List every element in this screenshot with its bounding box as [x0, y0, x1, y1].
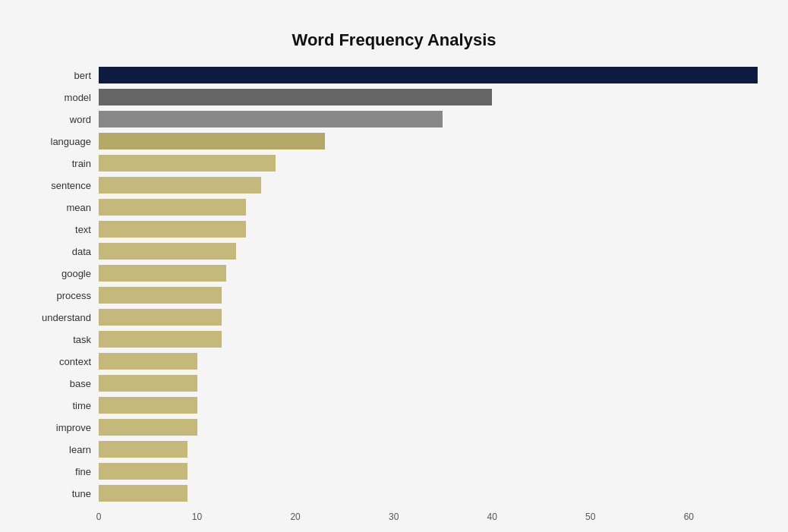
x-tick: 50 — [585, 512, 595, 522]
bar-fill — [99, 221, 246, 238]
bar-fill — [99, 485, 188, 502]
bar-fill — [99, 199, 246, 216]
bar-row: learn — [30, 439, 758, 459]
x-tick-container: 0102030405060 — [99, 512, 758, 527]
bar-track — [99, 243, 758, 260]
bar-row: sentence — [30, 175, 758, 195]
bar-row: context — [30, 351, 758, 371]
bar-fill — [99, 309, 222, 326]
bar-fill — [99, 331, 222, 348]
bar-row: fine — [30, 461, 758, 481]
bar-fill — [99, 133, 325, 150]
bar-track — [99, 265, 758, 282]
x-tick: 20 — [290, 512, 300, 522]
bar-track — [99, 419, 758, 436]
bar-track — [99, 89, 758, 105]
bar-fill — [99, 111, 443, 127]
bar-track — [99, 397, 758, 414]
bar-fill — [99, 441, 188, 458]
x-tick: 60 — [684, 512, 694, 522]
bar-row: tune — [30, 483, 758, 503]
bar-track — [99, 287, 758, 304]
bar-fill — [99, 265, 226, 282]
bar-label: fine — [30, 466, 99, 477]
bar-label: language — [30, 136, 99, 147]
bar-label: text — [30, 224, 99, 235]
plot-area: bertmodelwordlanguagetrainsentencemeante… — [30, 65, 758, 532]
bar-track — [99, 111, 758, 127]
bar-label: task — [30, 334, 99, 345]
bar-track — [99, 463, 758, 480]
bar-row: improve — [30, 417, 758, 437]
bar-label: sentence — [30, 180, 99, 191]
bar-fill — [99, 397, 197, 414]
bar-fill — [99, 155, 276, 172]
bar-label: word — [30, 114, 99, 125]
bar-track — [99, 441, 758, 458]
bar-label: learn — [30, 444, 99, 455]
chart-title: Word Frequency Analysis — [30, 30, 758, 50]
bar-track — [99, 485, 758, 502]
bar-fill — [99, 177, 261, 194]
x-axis: 0102030405060 — [30, 512, 758, 527]
bar-track — [99, 177, 758, 194]
bar-label: base — [30, 378, 99, 389]
bar-row: base — [30, 373, 758, 393]
bar-row: mean — [30, 197, 758, 217]
bar-row: text — [30, 219, 758, 239]
chart-container: Word Frequency Analysis bertmodelwordlan… — [15, 15, 773, 532]
bar-track — [99, 375, 758, 392]
bar-track — [99, 155, 758, 172]
bar-track — [99, 133, 758, 150]
bar-fill — [99, 353, 197, 370]
bar-label: train — [30, 158, 99, 169]
bar-label: mean — [30, 202, 99, 213]
bar-fill — [99, 287, 222, 304]
bar-label: data — [30, 246, 99, 257]
bar-fill — [99, 67, 758, 83]
bar-label: improve — [30, 422, 99, 433]
x-tick: 0 — [96, 512, 102, 522]
bar-fill — [99, 463, 188, 480]
bar-label: tune — [30, 488, 99, 499]
bar-label: process — [30, 290, 99, 301]
bar-track — [99, 199, 758, 216]
bar-track — [99, 309, 758, 326]
bar-label: context — [30, 356, 99, 367]
bar-row: task — [30, 329, 758, 349]
bar-label: bert — [30, 70, 99, 81]
bar-row: bert — [30, 65, 758, 85]
bar-row: train — [30, 153, 758, 173]
bar-label: time — [30, 400, 99, 411]
bar-fill — [99, 243, 236, 260]
bar-row: understand — [30, 307, 758, 327]
bar-row: model — [30, 87, 758, 107]
bar-row: data — [30, 241, 758, 261]
x-tick: 30 — [389, 512, 399, 522]
bar-row: language — [30, 131, 758, 151]
bar-row: process — [30, 285, 758, 305]
bar-track — [99, 331, 758, 348]
x-tick: 10 — [192, 512, 202, 522]
bar-row: word — [30, 109, 758, 129]
bar-label: model — [30, 92, 99, 103]
bar-label: google — [30, 268, 99, 279]
bar-label: understand — [30, 312, 99, 323]
bars-area: bertmodelwordlanguagetrainsentencemeante… — [30, 65, 758, 505]
bar-track — [99, 67, 758, 83]
bar-row: time — [30, 395, 758, 415]
bar-fill — [99, 89, 492, 105]
x-tick: 40 — [487, 512, 497, 522]
bar-track — [99, 221, 758, 238]
bar-fill — [99, 419, 197, 436]
bar-row: google — [30, 263, 758, 283]
bar-track — [99, 353, 758, 370]
bar-fill — [99, 375, 197, 392]
